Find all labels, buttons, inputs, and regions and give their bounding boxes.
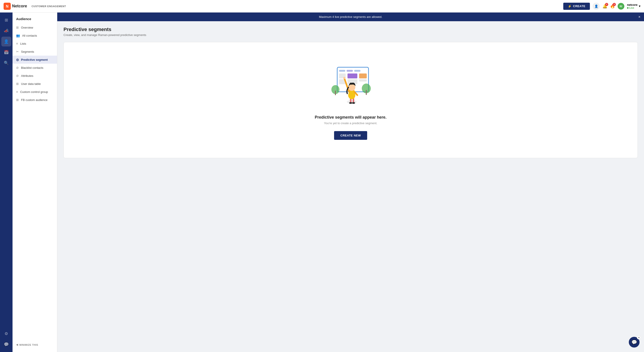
segments-icon: ✂ <box>16 50 19 53</box>
lists-icon: ≡ <box>16 42 18 45</box>
status-dot <box>627 7 628 9</box>
control-group-icon: ≡ <box>16 90 18 94</box>
rail-calendar[interactable]: 📅 <box>1 47 11 57</box>
svg-rect-13 <box>335 91 336 95</box>
banner-message: Maximum 4 live predictive segments are a… <box>319 15 382 18</box>
rail-support[interactable]: 💬 <box>1 340 11 349</box>
user-menu[interactable]: netcore Live ▾ <box>627 3 640 9</box>
logo-text: Netcore <box>12 4 27 8</box>
logo: N Netcore <box>4 3 27 10</box>
minimize-button[interactable]: ◀ MINIMIZE THIS <box>12 341 57 349</box>
attributes-icon: ⊘ <box>16 74 19 77</box>
sidebar-item-overview[interactable]: ⊞ Overview <box>12 23 57 31</box>
page-content: Predictive segments Create, view, and ma… <box>57 21 644 164</box>
overview-icon: ⊞ <box>16 26 19 29</box>
empty-state-card: Predictive segments will appear here. Yo… <box>64 42 638 158</box>
user-data-icon: ⊞ <box>16 82 19 86</box>
chat-icon: 💬 <box>632 340 637 345</box>
sidebar-item-predictive-segment[interactable]: ◎ Predictive segment <box>12 56 57 64</box>
topbar: N Netcore CUSTOMER ENGAGEMENT ⚡ CREATE 👤… <box>0 0 644 12</box>
svg-point-24 <box>343 77 346 79</box>
rail-search[interactable]: 🔍 <box>1 58 11 68</box>
svg-rect-10 <box>359 73 367 78</box>
empty-state-subtitle: You're yet to create a predictive segmen… <box>324 122 377 125</box>
sidebar-item-user-data-table[interactable]: ⊞ User data table <box>12 80 57 88</box>
banner-close-button[interactable]: × <box>638 15 640 19</box>
predictive-icon: ◎ <box>16 58 19 61</box>
fb-icon: ⊞ <box>16 98 19 102</box>
dropdown-arrow-icon: ▾ <box>639 4 640 8</box>
svg-rect-15 <box>366 90 367 95</box>
notification-button[interactable]: 🔔 0 <box>602 4 607 9</box>
chat-widget[interactable]: 💬 ✕ <box>629 337 640 348</box>
product-label: CUSTOMER ENGAGEMENT <box>32 5 66 7</box>
sidebar-item-attributes[interactable]: ⊘ Attributes <box>12 72 57 80</box>
notification-badge: 0 <box>605 3 608 6</box>
sidebar-item-fb-custom-audience[interactable]: ⊞ FB custom audience <box>12 96 57 104</box>
fire-badge: 0 <box>613 3 616 6</box>
svg-point-19 <box>349 102 352 104</box>
page-subtitle: Create, view, and manage Raman-powered p… <box>64 33 638 37</box>
sidebar-item-all-contacts[interactable]: 👥 All contacts <box>12 31 57 39</box>
icon-rail: ⊞ 📣 👤 📅 🔍 ⚙ 💬 <box>0 12 12 352</box>
rail-audience[interactable]: 👤 <box>1 37 11 46</box>
user-status: netcore Live <box>627 3 638 9</box>
main-content: Maximum 4 live predictive segments are a… <box>57 12 644 352</box>
live-status: Live <box>627 6 638 9</box>
blacklist-icon: ⊘ <box>16 66 19 69</box>
create-button[interactable]: ⚡ CREATE <box>563 3 590 10</box>
sidebar: Audience ⊞ Overview 👥 All contacts ≡ Lis… <box>12 12 57 352</box>
sidebar-item-custom-control-group[interactable]: ≡ Custom control group <box>12 88 57 96</box>
svg-rect-8 <box>348 73 357 78</box>
svg-rect-3 <box>339 70 345 72</box>
rail-settings[interactable]: ⚙ <box>1 329 11 339</box>
info-banner: Maximum 4 live predictive segments are a… <box>57 12 644 21</box>
svg-point-20 <box>352 102 355 104</box>
svg-rect-4 <box>346 70 353 72</box>
rail-campaigns[interactable]: 📣 <box>1 26 11 36</box>
username: netcore <box>627 3 638 6</box>
svg-rect-5 <box>354 70 360 72</box>
empty-state-title: Predictive segments will appear here. <box>314 115 386 120</box>
sidebar-item-segments[interactable]: ✂ Segments <box>12 48 57 56</box>
empty-state-illustration <box>326 60 375 110</box>
rail-dashboard[interactable]: ⊞ <box>1 15 11 25</box>
svg-text:N: N <box>6 4 8 8</box>
topbar-icons: 👤 🔔 0 🔥 0 82 netcore Live ▾ <box>592 3 640 10</box>
sidebar-title: Audience <box>12 12 57 23</box>
sidebar-item-lists[interactable]: ≡ Lists <box>12 39 57 48</box>
bolt-icon: ⚡ <box>568 4 572 8</box>
user-count-badge: 82 <box>618 3 624 9</box>
sidebar-item-blacklist[interactable]: ⊘ Blacklist contacts <box>12 64 57 72</box>
all-contacts-icon: 👥 <box>16 34 20 37</box>
user-icon-button[interactable]: 👤 <box>592 3 600 10</box>
create-new-button[interactable]: CREATE NEW <box>334 131 367 140</box>
fire-button[interactable]: 🔥 0 <box>610 4 615 9</box>
page-title: Predictive segments <box>64 26 638 32</box>
minimize-chevron-icon: ◀ <box>16 343 18 346</box>
chat-close-button[interactable]: ✕ <box>637 336 641 340</box>
svg-rect-11 <box>359 79 367 82</box>
